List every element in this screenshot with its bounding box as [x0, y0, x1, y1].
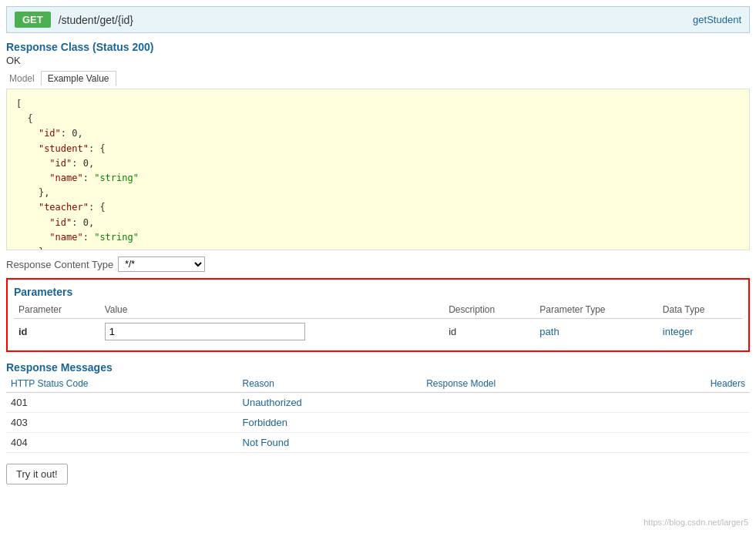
reason: Not Found — [238, 433, 422, 453]
table-row: id id path integer — [14, 319, 742, 345]
response-header-row: HTTP Status Code Reason Response Model H… — [6, 377, 750, 393]
code-block: [ { "id": 0, "student": { "id": 0, "name… — [6, 89, 750, 250]
headers — [632, 393, 750, 413]
method-badge: GET — [15, 12, 51, 28]
reason-link[interactable]: Forbidden — [243, 417, 288, 428]
reason-link[interactable]: Unauthorized — [243, 397, 302, 408]
content-type-row: Response Content Type */* application/js… — [6, 256, 750, 272]
params-header-row: Parameter Value Description Parameter Ty… — [14, 303, 742, 319]
example-value-tab[interactable]: Example Value — [41, 71, 116, 85]
status-code: 401 — [6, 393, 238, 413]
parameters-table: Parameter Value Description Parameter Ty… — [14, 303, 742, 344]
headers — [632, 413, 750, 433]
reason-link[interactable]: Not Found — [243, 437, 290, 448]
response-messages-title: Response Messages — [6, 361, 750, 374]
status-code: 404 — [6, 433, 238, 453]
reason: Forbidden — [238, 413, 422, 433]
param-value-cell — [100, 319, 444, 345]
param-description: id — [444, 319, 535, 345]
try-it-button[interactable]: Try it out! — [6, 464, 68, 484]
table-row: 403 Forbidden — [6, 413, 750, 433]
param-value-input[interactable] — [105, 323, 305, 340]
response-class-title: Response Class (Status 200) — [6, 41, 750, 53]
col-reason: Reason — [238, 377, 422, 393]
response-model — [422, 413, 632, 433]
endpoint-bar: GET /student/get/{id} getStudent — [6, 6, 750, 33]
watermark: https://blog.csdn.net/larger5 — [643, 518, 748, 527]
model-tabs: Model Example Value — [6, 71, 750, 85]
col-data-type: Data Type — [658, 303, 742, 319]
response-model — [422, 433, 632, 453]
col-description: Description — [444, 303, 535, 319]
headers — [632, 433, 750, 453]
col-parameter: Parameter — [14, 303, 100, 319]
response-model — [422, 393, 632, 413]
col-http-status: HTTP Status Code — [6, 377, 238, 393]
response-messages-table: HTTP Status Code Reason Response Model H… — [6, 377, 750, 453]
response-ok: OK — [6, 55, 750, 66]
status-code: 403 — [6, 413, 238, 433]
col-value: Value — [100, 303, 444, 319]
content-type-label: Response Content Type — [6, 259, 113, 270]
param-type: path — [535, 319, 657, 345]
param-data-type: integer — [658, 319, 742, 345]
table-row: 404 Not Found — [6, 433, 750, 453]
response-messages-section: Response Messages HTTP Status Code Reaso… — [6, 361, 750, 453]
param-name: id — [14, 319, 100, 345]
col-param-type: Parameter Type — [535, 303, 657, 319]
model-tab[interactable]: Model — [6, 72, 38, 85]
try-it-row: Try it out! — [6, 464, 750, 484]
reason: Unauthorized — [238, 393, 422, 413]
endpoint-operation: getStudent — [693, 14, 741, 25]
endpoint-path: /student/get/{id} — [59, 14, 693, 26]
table-row: 401 Unauthorized — [6, 393, 750, 413]
col-response-model: Response Model — [422, 377, 632, 393]
content-type-select[interactable]: */* application/json text/plain — [118, 256, 205, 272]
main-container: GET /student/get/{id} getStudent Respons… — [0, 0, 756, 533]
parameters-section: Parameters Parameter Value Description P… — [6, 278, 750, 352]
col-headers: Headers — [632, 377, 750, 393]
response-class-section: Response Class (Status 200) OK Model Exa… — [6, 41, 750, 250]
parameters-title: Parameters — [14, 286, 742, 298]
